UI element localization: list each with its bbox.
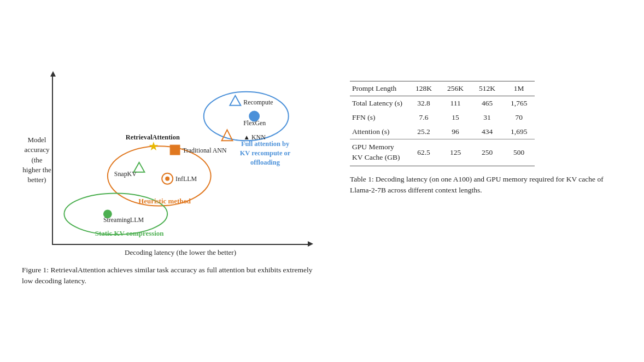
row-label: Attention (s) — [350, 125, 408, 139]
cell: 434 — [471, 125, 503, 139]
table-row: Attention (s) 25.2 96 434 1,695 — [350, 125, 535, 139]
table-caption: Table 1: Decoding latency (on one A100) … — [350, 174, 618, 196]
row-label: GPU MemoryKV Cache (GB) — [350, 139, 408, 166]
svg-text:FlexGen: FlexGen — [243, 119, 266, 127]
chart-area: ★ RetrievalAttention ▲ KNN Traditional A… — [52, 75, 309, 245]
cell: 7.6 — [408, 110, 440, 125]
cell: 15 — [440, 110, 471, 125]
cell: 70 — [503, 110, 535, 125]
table-header-row: Prompt Length 128K 256K 512K 1M — [350, 81, 535, 96]
cell: 32.8 — [408, 96, 440, 110]
x-axis-label: Decoding latency (the lower the better) — [52, 248, 309, 257]
col-header-1m: 1M — [503, 81, 535, 96]
svg-point-19 — [165, 177, 169, 181]
col-header-prompt: Prompt Length — [350, 81, 408, 96]
y-axis-text: Model accuracy (the higher the better) — [22, 135, 52, 185]
cell: 96 — [440, 125, 471, 139]
col-header-256k: 256K — [440, 81, 471, 96]
svg-marker-9 — [230, 96, 241, 106]
svg-text:RetrievalAttention: RetrievalAttention — [126, 133, 180, 141]
svg-text:Recompute: Recompute — [243, 98, 273, 106]
svg-text:KV recompute or: KV recompute or — [240, 149, 291, 157]
svg-text:SnapKV: SnapKV — [114, 170, 137, 178]
cell: 31 — [471, 110, 503, 125]
table-row: FFN (s) 7.6 15 31 70 — [350, 110, 535, 125]
svg-point-23 — [103, 209, 112, 218]
left-panel: Model accuracy (the higher the better) ★… — [22, 75, 328, 287]
svg-rect-7 — [170, 145, 180, 155]
svg-text:Full attention by: Full attention by — [241, 140, 290, 148]
cell: 250 — [471, 139, 503, 166]
cell: 1,765 — [503, 96, 535, 110]
col-header-128k: 128K — [408, 81, 440, 96]
cell: 25.2 — [408, 125, 440, 139]
col-header-512k: 512K — [471, 81, 503, 96]
cell: 125 — [440, 139, 471, 166]
row-label: Total Latency (s) — [350, 96, 408, 110]
svg-text:★: ★ — [148, 140, 159, 153]
chart-wrapper: Model accuracy (the higher the better) ★… — [22, 75, 328, 245]
svg-text:Static KV compression: Static KV compression — [95, 229, 164, 237]
svg-text:Traditional ANN: Traditional ANN — [183, 147, 227, 154]
cell: 62.5 — [408, 139, 440, 166]
cell: 465 — [471, 96, 503, 110]
figure-caption: Figure 1: RetrievalAttention achieves si… — [22, 265, 317, 287]
data-table: Prompt Length 128K 256K 512K 1M Total La… — [350, 81, 535, 166]
row-label: FFN (s) — [350, 110, 408, 125]
cell: 1,695 — [503, 125, 535, 139]
table-row: GPU MemoryKV Cache (GB) 62.5 125 250 500 — [350, 139, 535, 166]
main-container: Model accuracy (the higher the better) ★… — [0, 65, 644, 298]
svg-text:Heuristic method: Heuristic method — [138, 197, 191, 205]
svg-text:offloading: offloading — [250, 159, 280, 166]
right-panel: Prompt Length 128K 256K 512K 1M Total La… — [350, 75, 622, 196]
cell: 111 — [440, 96, 471, 110]
table-row: Total Latency (s) 32.8 111 465 1,765 — [350, 96, 535, 110]
chart-svg: ★ RetrievalAttention ▲ KNN Traditional A… — [53, 75, 309, 244]
cell: 500 — [503, 139, 535, 166]
y-axis-label: Model accuracy (the higher the better) — [22, 75, 52, 245]
svg-text:InfLLM: InfLLM — [175, 174, 197, 182]
